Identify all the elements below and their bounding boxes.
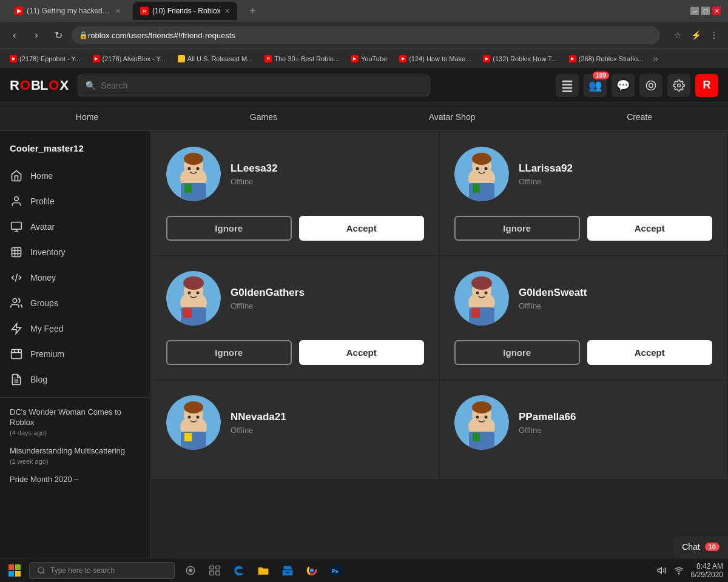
svg-marker-11	[12, 324, 21, 334]
sidebar-item-home[interactable]: Home	[0, 163, 150, 189]
friend-1-ignore-button[interactable]: Ignore	[454, 216, 580, 241]
taskbar-app-chrome[interactable]	[301, 560, 323, 581]
friend-2-ignore-button[interactable]: Ignore	[166, 340, 292, 365]
settings-icon[interactable]	[667, 74, 690, 97]
tab2-close[interactable]: ✕	[224, 7, 230, 15]
nav-create[interactable]: Create	[612, 105, 667, 129]
bookmark-6[interactable]: ▶ (124) How to Make...	[394, 54, 476, 64]
robux-icon[interactable]	[639, 74, 662, 97]
svg-point-34	[183, 276, 204, 290]
bookmark4-label: The 30+ Best Roblo...	[274, 55, 339, 62]
friends-icon[interactable]: 👥 109	[584, 74, 607, 97]
sidebar-item-money[interactable]: Money	[0, 265, 150, 290]
friend-requests-content: LLeesa32 Offline Ignore Accept	[150, 131, 728, 582]
friend-3-accept-button[interactable]: Accept	[587, 340, 713, 365]
main-layout: Cooler_master12 Home Profile Avatar Inve…	[0, 131, 728, 582]
svg-rect-72	[210, 570, 214, 575]
svg-rect-71	[216, 566, 220, 569]
forward-button[interactable]: ›	[28, 27, 45, 44]
svg-point-36	[197, 292, 200, 295]
bookmark-1[interactable]: ▶ (2178) Eppobot - Y...	[5, 54, 86, 64]
sidebar-divider	[0, 397, 150, 398]
friend-2-actions: Ignore Accept	[166, 340, 424, 365]
svg-rect-54	[184, 433, 192, 441]
svg-rect-30	[473, 184, 480, 193]
svg-point-67	[38, 567, 44, 572]
sidebar-item-avatar-label: Avatar	[30, 222, 55, 232]
taskbar-app-edge[interactable]	[228, 560, 250, 581]
friend-3-ignore-button[interactable]: Ignore	[454, 340, 580, 365]
blog-item-2[interactable]: Misunderstanding Multiscattering (1 week…	[0, 441, 150, 470]
friend-4-status: Offline	[231, 426, 286, 435]
taskbar-app-store[interactable]	[277, 560, 298, 581]
browser-menu-icon[interactable]: ⋮	[706, 27, 722, 43]
refresh-button[interactable]: ↻	[50, 27, 67, 44]
address-input[interactable]	[88, 31, 653, 40]
myfeed-icon	[10, 322, 23, 335]
back-button[interactable]: ‹	[6, 27, 23, 44]
minimize-button[interactable]: ─	[690, 7, 699, 15]
new-tab-button[interactable]: +	[244, 2, 261, 19]
nav-games[interactable]: Games	[235, 105, 292, 129]
windows-start-button[interactable]	[5, 561, 24, 580]
blog-item-3[interactable]: Pride Month 2020 –	[0, 470, 150, 490]
friend-2-avatar	[166, 271, 221, 326]
maximize-button[interactable]: □	[701, 7, 710, 15]
friend-card-3-top: G0ldenSweatt Offline	[454, 271, 587, 326]
friend-3-info: G0ldenSweatt Offline	[519, 287, 587, 310]
sidebar-item-groups[interactable]: Groups	[0, 290, 150, 316]
sidebar-item-blog[interactable]: Blog	[0, 367, 150, 392]
blog-item-1[interactable]: DC's Wonder Woman Comes to Roblox (4 day…	[0, 403, 150, 441]
bookmark-7[interactable]: ▶ (132) Roblox How T...	[478, 54, 562, 64]
taskbar-app-ps[interactable]: Ps	[325, 560, 347, 581]
browser-tab-2[interactable]: R (10) Friends - Roblox ✕	[133, 2, 237, 20]
bookmark-8[interactable]: ▶ (268) Roblox Studio...	[564, 54, 648, 64]
extensions-icon[interactable]: ⚡	[688, 27, 704, 43]
sidebar-item-avatar[interactable]: Avatar	[0, 214, 150, 239]
bookmark-2[interactable]: ▶ (2178) AlvinBlox - Y...	[88, 54, 170, 64]
friend-card-5-top: PPamella66 Offline	[454, 395, 576, 450]
tab1-close[interactable]: ✕	[115, 7, 121, 15]
nav-home[interactable]: Home	[61, 105, 113, 129]
taskbar-app-explorer[interactable]	[252, 560, 274, 581]
search-input[interactable]	[101, 81, 422, 90]
svg-point-74	[310, 568, 314, 572]
sidebar-item-myfeed[interactable]: My Feed	[0, 316, 150, 341]
messages-icon[interactable]: 💬	[612, 74, 635, 97]
friend-1-accept-button[interactable]: Accept	[587, 216, 713, 241]
friend-2-accept-button[interactable]: Accept	[299, 340, 425, 365]
sidebar-item-profile[interactable]: Profile	[0, 189, 150, 214]
bookmark-star-icon[interactable]: ☆	[670, 27, 686, 43]
svg-point-58	[472, 401, 491, 413]
feed-icon[interactable]	[556, 74, 579, 97]
friend-0-avatar	[166, 147, 221, 201]
friend-card-4: NNevada21 Offline	[152, 381, 439, 479]
bookmark-4[interactable]: R The 30+ Best Roblo...	[260, 54, 344, 64]
bookmarks-more[interactable]: »	[653, 53, 658, 64]
close-button[interactable]: ✕	[712, 7, 721, 15]
nav-avatar-shop[interactable]: Avatar Shop	[414, 105, 490, 129]
inventory-icon	[10, 246, 23, 259]
sidebar-item-inventory[interactable]: Inventory	[0, 239, 150, 265]
address-bar[interactable]: 🔒	[72, 26, 660, 44]
blog-title-3: Pride Month 2020 –	[10, 475, 140, 485]
friend-0-ignore-button[interactable]: Ignore	[166, 216, 292, 241]
bookmark-3[interactable]: All U.S. Released M...	[173, 54, 258, 64]
taskbar-app-cortana[interactable]	[180, 560, 201, 581]
roblox-avatar-icon[interactable]: R	[695, 74, 718, 97]
browser-tab-1[interactable]: ▶ (11) Getting my hacked robl... ✕	[7, 2, 128, 20]
volume-icon[interactable]	[657, 566, 667, 575]
bookmark-5[interactable]: ▶ YouTube	[346, 54, 392, 64]
friend-2-info: G0ldenGathers Offline	[231, 287, 305, 310]
tab2-favicon: R	[140, 7, 149, 15]
sidebar-item-premium[interactable]: Premium	[0, 341, 150, 367]
taskbar-app-taskview[interactable]	[204, 560, 226, 581]
friend-0-accept-button[interactable]: Accept	[299, 216, 425, 241]
taskbar-search[interactable]: Type here to search	[29, 562, 175, 579]
search-bar[interactable]: 🔍	[78, 75, 430, 96]
roblox-logo[interactable]: ROBLOX	[10, 78, 68, 93]
svg-rect-73	[216, 570, 220, 575]
avatar-icon	[10, 220, 23, 233]
chat-button[interactable]: Chat 10	[673, 536, 728, 558]
network-icon[interactable]	[674, 566, 684, 575]
